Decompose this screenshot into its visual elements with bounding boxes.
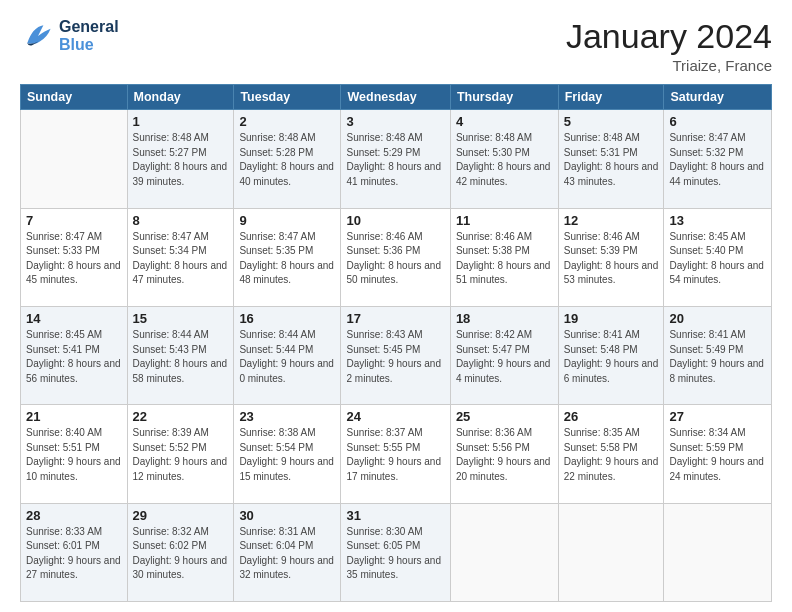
table-row: 7Sunrise: 8:47 AM Sunset: 5:33 PM Daylig… xyxy=(21,208,128,306)
table-row: 18Sunrise: 8:42 AM Sunset: 5:47 PM Dayli… xyxy=(450,307,558,405)
day-number: 28 xyxy=(26,508,122,523)
day-number: 19 xyxy=(564,311,659,326)
day-number: 7 xyxy=(26,213,122,228)
table-row xyxy=(664,503,772,601)
day-number: 29 xyxy=(133,508,229,523)
day-info: Sunrise: 8:48 AM Sunset: 5:28 PM Dayligh… xyxy=(239,131,335,189)
table-row: 10Sunrise: 8:46 AM Sunset: 5:36 PM Dayli… xyxy=(341,208,450,306)
logo-label: General Blue xyxy=(59,18,119,53)
day-number: 23 xyxy=(239,409,335,424)
table-row: 5Sunrise: 8:48 AM Sunset: 5:31 PM Daylig… xyxy=(558,110,664,208)
col-wednesday: Wednesday xyxy=(341,85,450,110)
table-row: 19Sunrise: 8:41 AM Sunset: 5:48 PM Dayli… xyxy=(558,307,664,405)
table-row: 1Sunrise: 8:48 AM Sunset: 5:27 PM Daylig… xyxy=(127,110,234,208)
day-info: Sunrise: 8:36 AM Sunset: 5:56 PM Dayligh… xyxy=(456,426,553,484)
day-number: 31 xyxy=(346,508,444,523)
day-info: Sunrise: 8:48 AM Sunset: 5:27 PM Dayligh… xyxy=(133,131,229,189)
calendar-week-row: 1Sunrise: 8:48 AM Sunset: 5:27 PM Daylig… xyxy=(21,110,772,208)
day-info: Sunrise: 8:38 AM Sunset: 5:54 PM Dayligh… xyxy=(239,426,335,484)
day-number: 13 xyxy=(669,213,766,228)
day-number: 9 xyxy=(239,213,335,228)
day-number: 10 xyxy=(346,213,444,228)
day-info: Sunrise: 8:44 AM Sunset: 5:44 PM Dayligh… xyxy=(239,328,335,386)
day-number: 24 xyxy=(346,409,444,424)
table-row: 22Sunrise: 8:39 AM Sunset: 5:52 PM Dayli… xyxy=(127,405,234,503)
table-row: 21Sunrise: 8:40 AM Sunset: 5:51 PM Dayli… xyxy=(21,405,128,503)
day-number: 3 xyxy=(346,114,444,129)
header: General Blue January 2024 Triaize, Franc… xyxy=(20,18,772,74)
day-info: Sunrise: 8:31 AM Sunset: 6:04 PM Dayligh… xyxy=(239,525,335,583)
day-number: 18 xyxy=(456,311,553,326)
day-number: 21 xyxy=(26,409,122,424)
table-row: 14Sunrise: 8:45 AM Sunset: 5:41 PM Dayli… xyxy=(21,307,128,405)
col-saturday: Saturday xyxy=(664,85,772,110)
day-info: Sunrise: 8:39 AM Sunset: 5:52 PM Dayligh… xyxy=(133,426,229,484)
table-row: 2Sunrise: 8:48 AM Sunset: 5:28 PM Daylig… xyxy=(234,110,341,208)
day-number: 16 xyxy=(239,311,335,326)
day-info: Sunrise: 8:48 AM Sunset: 5:30 PM Dayligh… xyxy=(456,131,553,189)
day-number: 2 xyxy=(239,114,335,129)
table-row: 17Sunrise: 8:43 AM Sunset: 5:45 PM Dayli… xyxy=(341,307,450,405)
table-row: 13Sunrise: 8:45 AM Sunset: 5:40 PM Dayli… xyxy=(664,208,772,306)
day-info: Sunrise: 8:35 AM Sunset: 5:58 PM Dayligh… xyxy=(564,426,659,484)
table-row: 16Sunrise: 8:44 AM Sunset: 5:44 PM Dayli… xyxy=(234,307,341,405)
day-number: 27 xyxy=(669,409,766,424)
col-thursday: Thursday xyxy=(450,85,558,110)
day-info: Sunrise: 8:46 AM Sunset: 5:38 PM Dayligh… xyxy=(456,230,553,288)
table-row: 15Sunrise: 8:44 AM Sunset: 5:43 PM Dayli… xyxy=(127,307,234,405)
logo: General Blue xyxy=(20,18,119,54)
table-row: 3Sunrise: 8:48 AM Sunset: 5:29 PM Daylig… xyxy=(341,110,450,208)
day-info: Sunrise: 8:30 AM Sunset: 6:05 PM Dayligh… xyxy=(346,525,444,583)
day-info: Sunrise: 8:32 AM Sunset: 6:02 PM Dayligh… xyxy=(133,525,229,583)
day-info: Sunrise: 8:43 AM Sunset: 5:45 PM Dayligh… xyxy=(346,328,444,386)
table-row: 11Sunrise: 8:46 AM Sunset: 5:38 PM Dayli… xyxy=(450,208,558,306)
col-friday: Friday xyxy=(558,85,664,110)
day-info: Sunrise: 8:41 AM Sunset: 5:48 PM Dayligh… xyxy=(564,328,659,386)
table-row: 9Sunrise: 8:47 AM Sunset: 5:35 PM Daylig… xyxy=(234,208,341,306)
table-row: 4Sunrise: 8:48 AM Sunset: 5:30 PM Daylig… xyxy=(450,110,558,208)
table-row: 12Sunrise: 8:46 AM Sunset: 5:39 PM Dayli… xyxy=(558,208,664,306)
calendar-table: Sunday Monday Tuesday Wednesday Thursday… xyxy=(20,84,772,602)
page: General Blue January 2024 Triaize, Franc… xyxy=(0,0,792,612)
day-info: Sunrise: 8:46 AM Sunset: 5:36 PM Dayligh… xyxy=(346,230,444,288)
table-row xyxy=(450,503,558,601)
day-info: Sunrise: 8:37 AM Sunset: 5:55 PM Dayligh… xyxy=(346,426,444,484)
day-number: 14 xyxy=(26,311,122,326)
day-number: 17 xyxy=(346,311,444,326)
day-number: 20 xyxy=(669,311,766,326)
day-info: Sunrise: 8:45 AM Sunset: 5:41 PM Dayligh… xyxy=(26,328,122,386)
logo-bird-icon xyxy=(20,18,56,54)
title-area: January 2024 Triaize, France xyxy=(566,18,772,74)
day-info: Sunrise: 8:47 AM Sunset: 5:34 PM Dayligh… xyxy=(133,230,229,288)
calendar-week-row: 14Sunrise: 8:45 AM Sunset: 5:41 PM Dayli… xyxy=(21,307,772,405)
main-title: January 2024 xyxy=(566,18,772,55)
table-row: 25Sunrise: 8:36 AM Sunset: 5:56 PM Dayli… xyxy=(450,405,558,503)
logo-general-text: General xyxy=(59,18,119,36)
table-row: 23Sunrise: 8:38 AM Sunset: 5:54 PM Dayli… xyxy=(234,405,341,503)
day-number: 4 xyxy=(456,114,553,129)
table-row xyxy=(21,110,128,208)
day-number: 11 xyxy=(456,213,553,228)
calendar-header-row: Sunday Monday Tuesday Wednesday Thursday… xyxy=(21,85,772,110)
table-row: 8Sunrise: 8:47 AM Sunset: 5:34 PM Daylig… xyxy=(127,208,234,306)
day-info: Sunrise: 8:47 AM Sunset: 5:33 PM Dayligh… xyxy=(26,230,122,288)
day-info: Sunrise: 8:47 AM Sunset: 5:35 PM Dayligh… xyxy=(239,230,335,288)
day-number: 8 xyxy=(133,213,229,228)
table-row xyxy=(558,503,664,601)
day-info: Sunrise: 8:40 AM Sunset: 5:51 PM Dayligh… xyxy=(26,426,122,484)
subtitle: Triaize, France xyxy=(566,57,772,74)
day-number: 30 xyxy=(239,508,335,523)
table-row: 26Sunrise: 8:35 AM Sunset: 5:58 PM Dayli… xyxy=(558,405,664,503)
day-number: 5 xyxy=(564,114,659,129)
day-info: Sunrise: 8:33 AM Sunset: 6:01 PM Dayligh… xyxy=(26,525,122,583)
table-row: 31Sunrise: 8:30 AM Sunset: 6:05 PM Dayli… xyxy=(341,503,450,601)
day-info: Sunrise: 8:42 AM Sunset: 5:47 PM Dayligh… xyxy=(456,328,553,386)
day-info: Sunrise: 8:48 AM Sunset: 5:29 PM Dayligh… xyxy=(346,131,444,189)
calendar-week-row: 7Sunrise: 8:47 AM Sunset: 5:33 PM Daylig… xyxy=(21,208,772,306)
day-number: 26 xyxy=(564,409,659,424)
calendar-week-row: 21Sunrise: 8:40 AM Sunset: 5:51 PM Dayli… xyxy=(21,405,772,503)
table-row: 28Sunrise: 8:33 AM Sunset: 6:01 PM Dayli… xyxy=(21,503,128,601)
table-row: 27Sunrise: 8:34 AM Sunset: 5:59 PM Dayli… xyxy=(664,405,772,503)
day-number: 15 xyxy=(133,311,229,326)
calendar-week-row: 28Sunrise: 8:33 AM Sunset: 6:01 PM Dayli… xyxy=(21,503,772,601)
